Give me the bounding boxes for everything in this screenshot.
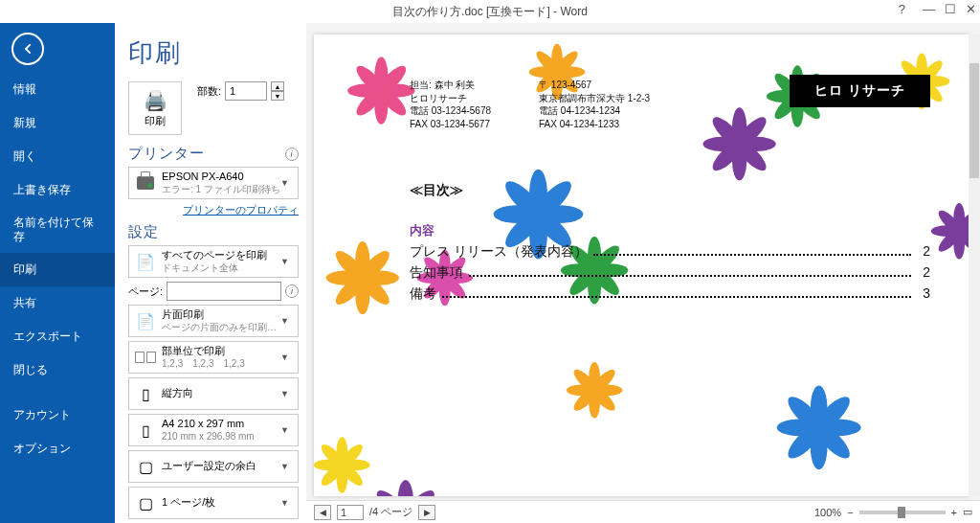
copies-down-button[interactable]: ▼	[271, 91, 284, 101]
printer-selector[interactable]: EPSON PX-A640 エラー: 1 ファイル印刷待ち ▼	[128, 167, 299, 199]
preview-statusbar: ◀ 1 /4 ページ ▶ 100% − + ▭	[306, 500, 980, 523]
sidebar-item-info[interactable]: 情報	[0, 73, 115, 106]
next-page-button[interactable]: ▶	[418, 505, 435, 520]
pages-label: ページ:	[128, 284, 163, 299]
page-number-input[interactable]: 1	[337, 505, 364, 520]
printer-properties-link[interactable]: プリンターのプロパティ	[128, 203, 299, 217]
minimize-icon[interactable]: —	[923, 2, 935, 16]
window-title: 目次の作り方.doc [互換モード] - Word	[392, 4, 588, 20]
printer-icon: 🖨️	[144, 89, 167, 112]
printer-heading: プリンター	[128, 145, 205, 163]
collate-icon	[133, 345, 158, 370]
per-sheet-icon: ▢	[133, 490, 158, 515]
printer-status-icon	[133, 171, 158, 195]
pages-input[interactable]	[167, 282, 281, 301]
paper-size-selector[interactable]: ▯ A4 210 x 297 mm 210 mm x 296.98 mm ▼	[128, 414, 299, 446]
backstage-sidebar: 情報 新規 開く 上書き保存 名前を付けて保存 印刷 共有 エクスポート 閉じる…	[0, 23, 115, 523]
copies-input[interactable]: 1	[225, 81, 267, 101]
printer-info-icon[interactable]: i	[285, 148, 299, 161]
company-logo: ヒロ リサーチ	[790, 75, 930, 107]
zoom-out-button[interactable]: −	[847, 507, 853, 518]
sidebar-item-options[interactable]: オプション	[0, 432, 115, 466]
toc-row: プレス リリース（発表内容）2	[410, 243, 930, 261]
document-content: 担当: 森中 利美 ヒロリサーチ 電話 03-1234-5678 FAX 03-…	[410, 79, 930, 303]
back-button[interactable]	[11, 33, 44, 65]
print-settings-pane: 印刷 🖨️ 印刷 部数: 1 ▲ ▼ プリンター i	[115, 23, 306, 523]
toc-row: 告知事項2	[410, 264, 930, 282]
orientation-selector[interactable]: ▯ 縦方向 ▼	[128, 377, 299, 410]
fit-page-button[interactable]: ▭	[963, 506, 972, 518]
margins-selector[interactable]: ▢ ユーザー設定の余白 ▼	[128, 450, 299, 483]
sidebar-item-close[interactable]: 閉じる	[0, 353, 115, 387]
print-range-selector[interactable]: 📄 すべてのページを印刷 ドキュメント全体 ▼	[128, 245, 299, 278]
pages-per-sheet-selector[interactable]: ▢ 1 ページ/枚 ▼	[128, 487, 299, 519]
prev-page-button[interactable]: ◀	[314, 505, 331, 520]
help-icon[interactable]: ?	[899, 2, 905, 16]
sidebar-item-export[interactable]: エクスポート	[0, 320, 115, 353]
zoom-label: 100%	[814, 507, 841, 518]
print-button[interactable]: 🖨️ 印刷	[128, 81, 182, 135]
restore-icon[interactable]: ☐	[945, 2, 956, 16]
portrait-icon: ▯	[133, 381, 158, 406]
sidebar-item-open[interactable]: 開く	[0, 140, 115, 173]
page-total-label: /4 ページ	[369, 505, 412, 519]
single-side-icon: 📄	[133, 308, 158, 333]
close-icon[interactable]: ✕	[966, 2, 976, 16]
sides-selector[interactable]: 📄 片面印刷 ページの片面のみを印刷… ▼	[128, 305, 299, 337]
chevron-down-icon: ▼	[280, 178, 294, 188]
pages-info-icon[interactable]: i	[285, 284, 299, 298]
vertical-scrollbar[interactable]	[969, 34, 980, 496]
page-title: 印刷	[128, 36, 299, 70]
toc-title: ≪目次≫	[410, 182, 930, 199]
copies-label: 部数:	[197, 84, 221, 99]
paper-icon: ▯	[133, 418, 158, 443]
preview-page: 担当: 森中 利美 ヒロリサーチ 電話 03-1234-5678 FAX 03-…	[314, 34, 969, 496]
titlebar: 目次の作り方.doc [互換モード] - Word ? — ☐ ✕	[0, 0, 980, 23]
zoom-slider[interactable]	[859, 511, 946, 514]
sidebar-item-save[interactable]: 上書き保存	[0, 173, 115, 207]
copies-up-button[interactable]: ▲	[271, 81, 284, 91]
sidebar-item-share[interactable]: 共有	[0, 286, 115, 320]
toc-subtitle: 内容	[410, 222, 930, 239]
collate-selector[interactable]: 部単位で印刷 1,2,3 1,2,3 1,2,3 ▼	[128, 341, 299, 374]
sidebar-item-account[interactable]: アカウント	[0, 398, 115, 432]
pages-icon: 📄	[133, 249, 158, 274]
zoom-in-button[interactable]: +	[951, 507, 957, 518]
margins-icon: ▢	[133, 454, 158, 479]
toc-row: 備考3	[410, 285, 930, 303]
sidebar-item-new[interactable]: 新規	[0, 106, 115, 140]
settings-heading: 設定	[128, 223, 159, 241]
sidebar-item-print[interactable]: 印刷	[0, 253, 115, 286]
print-preview-pane: 担当: 森中 利美 ヒロリサーチ 電話 03-1234-5678 FAX 03-…	[306, 23, 980, 523]
sidebar-item-saveas[interactable]: 名前を付けて保存	[0, 207, 115, 253]
